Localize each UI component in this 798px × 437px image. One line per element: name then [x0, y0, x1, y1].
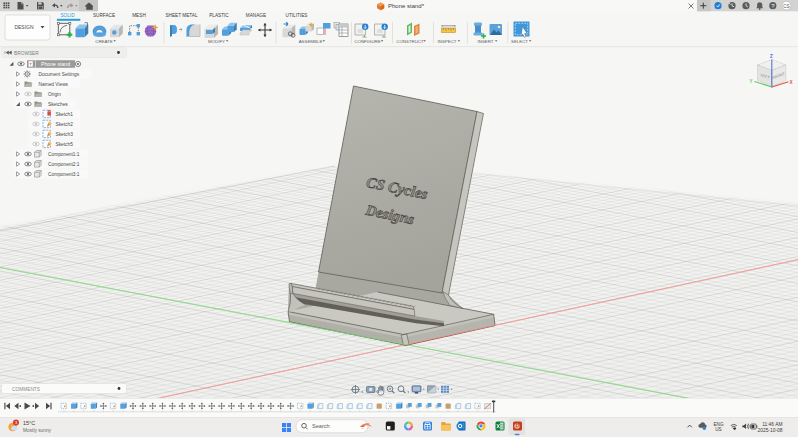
svg-text:Sketch3: Sketch3 [56, 132, 74, 137]
svg-text:Z: Z [770, 54, 773, 59]
svg-text:ENG: ENG [714, 422, 724, 427]
svg-text:2025-10-08: 2025-10-08 [757, 428, 782, 433]
svg-text:Sketches: Sketches [48, 102, 68, 107]
svg-text:X: X [790, 80, 793, 85]
svg-text:CREATE: CREATE [95, 39, 113, 44]
svg-text:INSERT: INSERT [477, 39, 493, 44]
svg-text:COMMENTS: COMMENTS [12, 387, 40, 392]
svg-text:Component3:1: Component3:1 [48, 172, 80, 177]
svg-text:MANAGE: MANAGE [246, 13, 266, 18]
svg-text:CONFIGURE: CONFIGURE [354, 39, 380, 44]
svg-text:11:46 AM: 11:46 AM [762, 422, 782, 427]
svg-text:CONSTRUCT: CONSTRUCT [396, 39, 424, 44]
svg-text:Phone stand: Phone stand [41, 61, 70, 67]
svg-text:US: US [715, 427, 721, 432]
svg-text:SOLID: SOLID [60, 13, 75, 18]
svg-text:Sketch2: Sketch2 [56, 122, 74, 127]
svg-text:SHEET METAL: SHEET METAL [165, 13, 198, 18]
svg-text:UTILITIES: UTILITIES [286, 13, 308, 18]
svg-text:Mostly sunny: Mostly sunny [23, 428, 52, 433]
svg-text:DESIGN: DESIGN [14, 24, 34, 30]
svg-text:Search: Search [312, 423, 330, 429]
svg-text:Document Settings: Document Settings [39, 72, 80, 77]
svg-text:15°C: 15°C [23, 420, 35, 426]
svg-text:BROWSER: BROWSER [14, 51, 39, 56]
svg-text:SELECT: SELECT [511, 39, 528, 44]
svg-text:Named Views: Named Views [39, 82, 69, 87]
svg-text:SURFACE: SURFACE [93, 13, 115, 18]
svg-text:Sketch1: Sketch1 [56, 112, 74, 117]
svg-text:INSPECT: INSPECT [437, 39, 456, 44]
svg-text:Y: Y [750, 79, 753, 84]
svg-text:MESH: MESH [132, 13, 146, 18]
svg-text:MODIFY: MODIFY [208, 39, 225, 44]
svg-text:Origin: Origin [48, 92, 61, 97]
svg-text:Component2:1: Component2:1 [48, 162, 80, 167]
svg-text:Component1:1: Component1:1 [48, 152, 80, 157]
svg-text:PLASTIC: PLASTIC [209, 13, 229, 18]
svg-text:Sketch5: Sketch5 [56, 142, 74, 147]
svg-text:ASSEMBLE: ASSEMBLE [299, 39, 323, 44]
